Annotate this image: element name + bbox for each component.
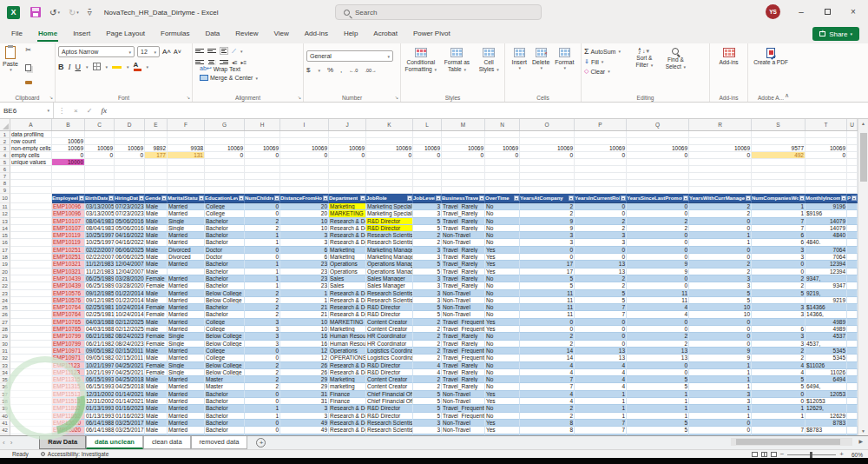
profiling-value[interactable] bbox=[442, 159, 485, 166]
cell[interactable]: EMP10119 bbox=[52, 232, 85, 239]
cell[interactable]: Married bbox=[168, 261, 205, 268]
column-header-BirthDate[interactable]: BirthDate bbox=[85, 194, 115, 203]
cell[interactable]: R&D Director bbox=[366, 362, 413, 369]
sheet-tab-data-unclean[interactable]: data unclean bbox=[86, 436, 143, 449]
cell[interactable]: Bachelor bbox=[205, 398, 245, 405]
cell[interactable]: R&D Director bbox=[366, 225, 413, 232]
cell[interactable]: Bachelor bbox=[205, 225, 245, 232]
cell[interactable]: 2 bbox=[689, 210, 752, 217]
column-header-J[interactable]: J bbox=[329, 119, 366, 130]
cell[interactable]: Married bbox=[168, 391, 205, 398]
cell[interactable]: 0 bbox=[245, 247, 280, 254]
cell[interactable]: 4 bbox=[575, 362, 627, 369]
cell[interactable]: 11 bbox=[627, 297, 689, 304]
profiling-value[interactable] bbox=[442, 138, 485, 145]
cell[interactable]: 01/14/2021 bbox=[115, 391, 145, 398]
profiling-value[interactable] bbox=[847, 145, 858, 152]
filter-button[interactable] bbox=[360, 196, 365, 201]
cell[interactable]: 3 bbox=[245, 326, 280, 333]
cell[interactable]: Male bbox=[145, 383, 168, 390]
cell[interactable]: R&D Director bbox=[366, 304, 413, 311]
cell[interactable]: Content Creator bbox=[366, 319, 413, 326]
zoom-slider[interactable] bbox=[787, 454, 836, 455]
cell[interactable]: 1 bbox=[689, 362, 752, 369]
maximize-button[interactable] bbox=[814, 0, 840, 24]
cell[interactable] bbox=[10, 218, 52, 225]
cell[interactable] bbox=[10, 261, 52, 268]
cell[interactable] bbox=[847, 218, 858, 225]
cell[interactable]: HR Coordinator bbox=[366, 341, 413, 348]
column-header-L[interactable]: L bbox=[413, 119, 442, 130]
cell[interactable]: Male bbox=[145, 348, 168, 355]
cell[interactable] bbox=[847, 297, 858, 304]
cell[interactable]: 23 bbox=[280, 268, 329, 275]
cell[interactable] bbox=[752, 173, 806, 180]
cell[interactable]: EMP10107 bbox=[52, 225, 85, 232]
cell[interactable]: College bbox=[205, 355, 245, 361]
cell[interactable]: 23 bbox=[280, 275, 329, 282]
cell[interactable]: 0 bbox=[520, 319, 575, 326]
profiling-value[interactable] bbox=[280, 131, 329, 138]
cell[interactable]: 8783 bbox=[806, 420, 847, 427]
cell[interactable]: 5345 bbox=[806, 355, 847, 361]
cell[interactable] bbox=[10, 369, 52, 376]
cell[interactable]: 12/31/2002 bbox=[85, 398, 115, 405]
cell[interactable]: 01/16/2023 bbox=[115, 405, 145, 412]
cell[interactable]: Travel_Rarely bbox=[442, 218, 485, 225]
cell[interactable]: 04/16/2022 bbox=[115, 232, 145, 239]
cell[interactable]: 02/25/1981 bbox=[85, 311, 115, 318]
cell[interactable] bbox=[115, 180, 145, 187]
profiling-value[interactable] bbox=[689, 159, 752, 166]
cell[interactable] bbox=[280, 180, 329, 187]
cell[interactable]: Divorced bbox=[168, 247, 205, 254]
row-header-5[interactable]: 5 bbox=[0, 159, 10, 166]
cell[interactable]: 2 bbox=[245, 218, 280, 225]
menu-tab-review[interactable]: Review bbox=[227, 25, 266, 43]
cell[interactable]: 06/25/1989 bbox=[85, 282, 115, 289]
align-center-button[interactable] bbox=[207, 60, 216, 65]
cell[interactable]: 2 bbox=[520, 405, 575, 412]
profiling-value[interactable] bbox=[413, 131, 442, 138]
sheet-nav-right-icon[interactable]: › bbox=[8, 436, 16, 449]
cell[interactable] bbox=[520, 166, 575, 173]
cell[interactable]: 4840 bbox=[806, 232, 847, 239]
cell[interactable]: 3 bbox=[413, 290, 442, 297]
row-header-15[interactable]: 15 bbox=[0, 232, 10, 239]
cell[interactable]: Research Scientist bbox=[366, 232, 413, 239]
profiling-value[interactable] bbox=[145, 131, 168, 138]
cell[interactable]: 9219, bbox=[806, 290, 847, 297]
cell[interactable]: 5 bbox=[520, 275, 575, 282]
cell[interactable]: 8 bbox=[520, 427, 575, 434]
cell[interactable]: $14366 bbox=[806, 304, 847, 311]
cell[interactable]: 12/04/2007 bbox=[115, 261, 145, 268]
cell[interactable]: Bachelor bbox=[205, 427, 245, 434]
cell[interactable] bbox=[10, 187, 52, 194]
vertical-scrollbar[interactable]: ▲ ▼ bbox=[858, 119, 868, 435]
format-cells-button[interactable]: Format▾ bbox=[555, 48, 574, 70]
cell[interactable] bbox=[847, 391, 858, 398]
cell[interactable]: Bachelor bbox=[205, 239, 245, 246]
cell[interactable]: Female bbox=[145, 369, 168, 376]
profiling-value[interactable]: 10069 bbox=[205, 145, 245, 152]
cell[interactable]: 5 bbox=[413, 405, 442, 412]
profiling-value[interactable] bbox=[329, 138, 366, 145]
cell[interactable]: 5 bbox=[413, 225, 442, 232]
cell[interactable]: 1 bbox=[752, 413, 806, 420]
cell[interactable]: Content Creator bbox=[366, 376, 413, 383]
cell[interactable]: Travel_Frequently bbox=[442, 405, 485, 412]
cell[interactable] bbox=[847, 268, 858, 275]
cell[interactable]: 10/25/1997 bbox=[85, 239, 115, 246]
cell[interactable] bbox=[10, 383, 52, 390]
number-format-select[interactable]: General▾ bbox=[306, 50, 393, 62]
zoom-out-icon[interactable]: − bbox=[780, 451, 785, 458]
cell[interactable] bbox=[752, 297, 806, 304]
cell[interactable]: 2 bbox=[752, 275, 806, 282]
column-header-S[interactable]: S bbox=[752, 119, 806, 130]
column-header-MonthlyIncome[interactable]: MonthlyIncome bbox=[806, 194, 847, 203]
cell[interactable]: 9 bbox=[520, 218, 575, 225]
cell[interactable]: 16 bbox=[280, 333, 329, 340]
cell[interactable]: No bbox=[485, 355, 520, 361]
cell[interactable] bbox=[847, 225, 858, 232]
cell[interactable]: R&D Director bbox=[366, 413, 413, 420]
cell[interactable]: 10/25/1997 bbox=[85, 232, 115, 239]
